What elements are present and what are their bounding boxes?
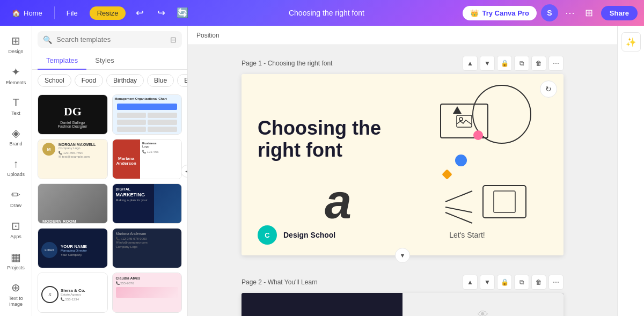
page2-copy[interactable]: ⧉ (514, 275, 529, 290)
sidebar-item-elements[interactable]: ✦ Elements (2, 61, 30, 90)
sidebar-item-label: Projects (7, 265, 25, 271)
template-card[interactable]: DIGITAL MARKETING Making a plan for your (112, 183, 182, 224)
canvas-title-block: Choosing the right font (258, 117, 381, 161)
search-input[interactable] (56, 31, 166, 48)
template-card[interactable]: Mariana Anderson Business Logo 📞 123-456 (112, 139, 182, 179)
position-bar: Position (188, 26, 617, 45)
template-card[interactable]: Mariana Anderson 📞 +12-345-678-9000 ✉ in… (112, 228, 182, 268)
templates-panel: 🔍 ⊟ Templates Styles School Food Birthda… (32, 26, 188, 316)
sidebar-item-uploads[interactable]: ↑ Uploads (2, 153, 30, 182)
template-card[interactable]: Management Organizational Chart (112, 94, 182, 135)
page-lock[interactable]: 🔒 (497, 56, 512, 71)
template-card[interactable]: M MORGAN MAXWELL Company Logo 📞 123-456-… (38, 139, 108, 179)
template-card[interactable]: LOGO YOUR NAME Managing Director Your Co… (38, 228, 108, 268)
page1-container: Page 1 - Choosing the right font ▲ ▼ 🔒 ⧉… (241, 56, 564, 255)
canvas-area: Page 1 - Choosing the right font ▲ ▼ 🔒 ⧉… (188, 45, 617, 316)
chip-birthday[interactable]: Birthday (106, 74, 144, 87)
footer-brand-text: Design School (283, 231, 335, 239)
sidebar-item-label: Apps (10, 234, 21, 240)
sidebar-item-projects[interactable]: ▦ Projects (2, 246, 30, 275)
file-label: File (67, 9, 78, 17)
home-button[interactable]: 🏠 Home (6, 6, 48, 20)
eye-icon: 👁 (478, 308, 488, 317)
design-icon: ⊞ (11, 34, 20, 47)
page1-label: Page 1 - Choosing the right font (241, 60, 332, 67)
save-status-button[interactable]: 🔄 (175, 5, 190, 20)
crown-icon: 👑 (470, 9, 479, 17)
page-copy[interactable]: ⧉ (514, 56, 529, 71)
chip-back[interactable]: Back t... (177, 74, 187, 87)
page2-content: 👁 (241, 293, 564, 316)
file-button[interactable]: File (61, 6, 83, 20)
refresh-button[interactable]: ↻ (540, 80, 557, 98)
svg-line-6 (445, 212, 472, 223)
page-more[interactable]: ⋯ (548, 56, 564, 71)
sidebar-item-draw[interactable]: ✏ Draw (2, 184, 30, 213)
sidebar-item-label: Brand (9, 141, 22, 147)
sidebar-item-label: Elements (6, 80, 26, 86)
page-delete[interactable]: 🗑 (531, 56, 546, 71)
template-card[interactable]: MODERN ROOM (38, 183, 108, 224)
tab-styles[interactable]: Styles (86, 52, 122, 70)
page2-container: Page 2 - What You'll Learn ▲ ▼ 🔒 ⧉ 🗑 ⋯ (241, 275, 564, 316)
page1-canvas[interactable]: Choosing the right font (241, 74, 564, 255)
topbar-left: 🏠 Home File Resize ↩ ↪ 🔄 (6, 5, 190, 20)
elements-icon: ✦ (11, 65, 20, 78)
page2-delete[interactable]: 🗑 (531, 275, 546, 290)
canvas-wrapper: Position Page 1 - Choosing the right fon… (188, 26, 617, 316)
sidebar-item-label: Design (8, 49, 23, 55)
more-options-button[interactable]: ⋯ (562, 5, 577, 20)
template-card[interactable]: Claudia Alves 📞 555-9876 (112, 273, 182, 313)
sidebar-item-label: Text (11, 111, 20, 116)
canva-logo: C (258, 225, 277, 245)
page2-more[interactable]: ⋯ (548, 275, 564, 290)
dot-yellow (442, 169, 452, 180)
sidebar-item-brand[interactable]: ◈ Brand (2, 122, 30, 151)
topbar-right: 👑 Try Canva Pro S ⋯ ⊞ Share (463, 4, 638, 21)
resize-button[interactable]: Resize (90, 6, 126, 20)
page2-label: Page 2 - What You'll Learn (241, 278, 318, 286)
share-button[interactable]: Share (601, 6, 638, 20)
template-grid: DG Daniel GallegoFashion Designer Manage… (32, 91, 187, 316)
avatar[interactable]: S (541, 4, 558, 21)
template-card[interactable]: DG Daniel GallegoFashion Designer (38, 94, 108, 135)
sidebar-item-design[interactable]: ⊞ Design (2, 30, 30, 59)
text-to-image-icon: ⊕ (11, 281, 20, 294)
svg-line-5 (445, 207, 472, 212)
letter-a-shape: a (325, 178, 352, 226)
svg-rect-0 (457, 115, 472, 127)
brand-icon: ◈ (12, 127, 20, 139)
page2-nav-up[interactable]: ▲ (463, 275, 478, 290)
page2-canvas[interactable]: 👁 (241, 293, 564, 316)
sidebar-item-apps[interactable]: ⊡ Apps (2, 215, 30, 244)
resize-label: Resize (97, 9, 119, 17)
chip-school[interactable]: School (38, 74, 71, 87)
svg-rect-2 (483, 186, 526, 218)
page-scroll-down[interactable]: ▼ (395, 248, 410, 263)
page2-right: 👁 (402, 293, 564, 316)
page2-nav-down[interactable]: ▼ (480, 275, 495, 290)
svg-point-1 (459, 117, 463, 121)
footer-brand-block: Design School (283, 230, 335, 240)
tab-templates[interactable]: Templates (38, 52, 86, 70)
topbar-separator (54, 6, 55, 19)
sidebar-item-text[interactable]: T Text (2, 92, 30, 121)
redo-button[interactable]: ↪ (153, 5, 169, 20)
uploads-icon: ↑ (13, 158, 19, 170)
sidebar-item-text-to-image[interactable]: ⊕ Text to Image (2, 277, 30, 312)
canvas-footer: C Design School Let's Start! (258, 225, 485, 245)
undo-button[interactable]: ↩ (132, 5, 147, 20)
page-nav-down[interactable]: ▼ (480, 56, 495, 71)
template-card[interactable]: S Sierra & Co. Estate Agency 📞 555-1234 (38, 273, 108, 313)
chip-food[interactable]: Food (75, 74, 103, 87)
filter-icon[interactable]: ⊟ (170, 35, 177, 44)
page1-content: Choosing the right font (241, 74, 564, 255)
ai-assist-button[interactable]: ✨ (621, 32, 641, 52)
chip-blue[interactable]: Blue (147, 74, 174, 87)
try-canva-button[interactable]: 👑 Try Canva Pro (463, 6, 536, 20)
search-icon: 🔍 (43, 35, 52, 44)
page-nav-up[interactable]: ▲ (463, 56, 478, 71)
grid-view-button[interactable]: ⊞ (582, 5, 597, 20)
svg-rect-3 (494, 191, 515, 212)
page2-lock[interactable]: 🔒 (497, 275, 512, 290)
